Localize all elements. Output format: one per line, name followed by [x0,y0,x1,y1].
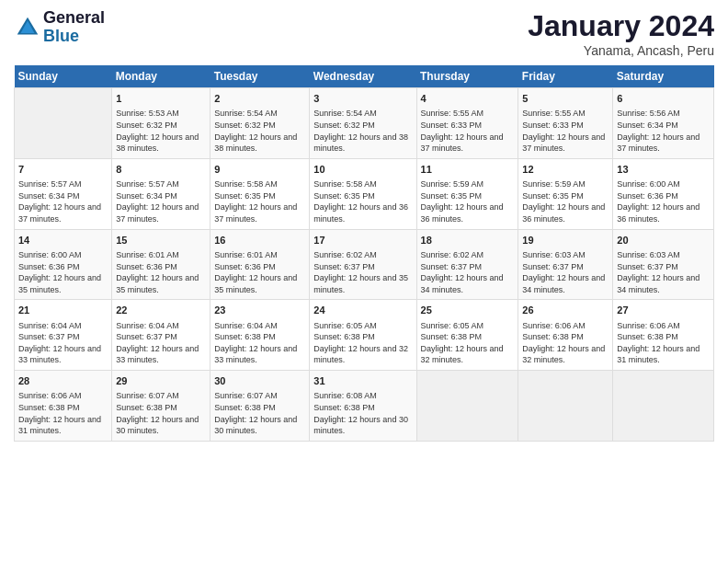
daylight: Daylight: 12 hours and 33 minutes. [214,343,305,366]
daylight: Daylight: 12 hours and 31 minutes. [617,343,710,366]
day-number: 4 [421,92,515,106]
sunset: Sunset: 6:38 PM [18,402,108,414]
sunset: Sunset: 6:37 PM [617,261,710,273]
day-number: 19 [522,234,609,247]
day-number: 22 [116,304,206,317]
day-cell: 25Sunrise: 6:05 AMSunset: 6:38 PMDayligh… [416,300,518,371]
day-cell: 19Sunrise: 6:03 AMSunset: 6:37 PMDayligh… [518,229,613,300]
sunset: Sunset: 6:32 PM [116,120,206,132]
day-number: 6 [617,92,710,106]
logo-text: General Blue [43,9,105,46]
sunset: Sunset: 6:35 PM [313,190,412,202]
sunrise: Sunrise: 5:59 AM [421,178,515,190]
daylight: Daylight: 12 hours and 35 minutes. [116,272,206,295]
sunset: Sunset: 6:36 PM [116,261,206,273]
daylight: Daylight: 12 hours and 37 minutes. [421,132,515,155]
daylight: Daylight: 12 hours and 37 minutes. [522,132,609,155]
day-number: 15 [116,234,206,247]
day-number: 11 [421,163,515,177]
sunset: Sunset: 6:35 PM [522,190,609,202]
day-cell: 23Sunrise: 6:04 AMSunset: 6:38 PMDayligh… [210,300,310,371]
daylight: Daylight: 12 hours and 36 minutes. [421,201,515,224]
sunrise: Sunrise: 6:05 AM [313,320,412,332]
day-cell: 5Sunrise: 5:55 AMSunset: 6:33 PMDaylight… [518,88,613,159]
day-cell: 7Sunrise: 5:57 AMSunset: 6:34 PMDaylight… [15,158,112,229]
day-number: 29 [116,374,206,388]
day-cell [416,371,518,442]
sunrise: Sunrise: 6:00 AM [617,178,710,190]
day-number: 30 [214,374,305,388]
sunrise: Sunrise: 5:55 AM [421,108,515,120]
daylight: Daylight: 12 hours and 36 minutes. [522,201,609,224]
sunset: Sunset: 6:36 PM [214,261,305,273]
daylight: Daylight: 12 hours and 30 minutes. [214,414,305,437]
day-number: 3 [313,92,412,106]
sunset: Sunset: 6:34 PM [18,190,108,202]
header: General Blue January 2024 Yanama, Ancash… [14,9,714,58]
day-cell: 1Sunrise: 5:53 AMSunset: 6:32 PMDaylight… [112,88,210,159]
week-row-1: 1Sunrise: 5:53 AMSunset: 6:32 PMDaylight… [15,88,714,159]
sunrise: Sunrise: 5:56 AM [617,108,710,120]
day-cell: 15Sunrise: 6:01 AMSunset: 6:36 PMDayligh… [112,229,210,300]
day-number: 7 [18,163,108,177]
sunset: Sunset: 6:38 PM [421,331,515,343]
day-cell: 8Sunrise: 5:57 AMSunset: 6:34 PMDaylight… [112,158,210,229]
sunrise: Sunrise: 6:00 AM [18,249,108,261]
day-cell: 18Sunrise: 6:02 AMSunset: 6:37 PMDayligh… [416,229,518,300]
sunset: Sunset: 6:37 PM [313,261,412,273]
day-number: 26 [522,304,609,317]
sunrise: Sunrise: 6:04 AM [214,320,305,332]
main-title: January 2024 [528,9,714,43]
daylight: Daylight: 12 hours and 35 minutes. [214,272,305,295]
day-cell: 24Sunrise: 6:05 AMSunset: 6:38 PMDayligh… [310,300,416,371]
sunrise: Sunrise: 6:06 AM [617,320,710,332]
day-number: 5 [522,92,609,106]
daylight: Daylight: 12 hours and 37 minutes. [18,201,108,224]
header-friday: Friday [518,65,613,88]
week-row-4: 21Sunrise: 6:04 AMSunset: 6:37 PMDayligh… [15,300,714,371]
sunset: Sunset: 6:34 PM [116,190,206,202]
calendar-table: Sunday Monday Tuesday Wednesday Thursday… [14,65,714,442]
day-cell: 10Sunrise: 5:58 AMSunset: 6:35 PMDayligh… [310,158,416,229]
sunset: Sunset: 6:32 PM [214,120,305,132]
sunrise: Sunrise: 6:05 AM [421,320,515,332]
sunrise: Sunrise: 6:07 AM [116,390,206,402]
week-row-5: 28Sunrise: 6:06 AMSunset: 6:38 PMDayligh… [15,371,714,442]
sunset: Sunset: 6:35 PM [421,190,515,202]
sunset: Sunset: 6:36 PM [18,261,108,273]
sunrise: Sunrise: 6:01 AM [214,249,305,261]
header-saturday: Saturday [613,65,714,88]
header-monday: Monday [112,65,210,88]
sunset: Sunset: 6:38 PM [617,331,710,343]
subtitle: Yanama, Ancash, Peru [528,43,714,58]
sunrise: Sunrise: 5:58 AM [214,178,305,190]
daylight: Daylight: 12 hours and 38 minutes. [214,132,305,155]
sunrise: Sunrise: 5:59 AM [522,178,609,190]
day-cell [613,371,714,442]
day-cell: 12Sunrise: 5:59 AMSunset: 6:35 PMDayligh… [518,158,613,229]
sunrise: Sunrise: 6:06 AM [18,390,108,402]
day-number: 25 [421,304,515,317]
header-wednesday: Wednesday [310,65,416,88]
sunrise: Sunrise: 6:01 AM [116,249,206,261]
sunrise: Sunrise: 6:04 AM [18,320,108,332]
sunset: Sunset: 6:36 PM [617,190,710,202]
daylight: Daylight: 12 hours and 30 minutes. [116,414,206,437]
daylight: Daylight: 12 hours and 30 minutes. [313,414,412,437]
day-cell: 31Sunrise: 6:08 AMSunset: 6:38 PMDayligh… [310,371,416,442]
sunrise: Sunrise: 6:08 AM [313,390,412,402]
day-cell: 21Sunrise: 6:04 AMSunset: 6:37 PMDayligh… [15,300,112,371]
sunrise: Sunrise: 6:02 AM [313,249,412,261]
day-cell: 16Sunrise: 6:01 AMSunset: 6:36 PMDayligh… [210,229,310,300]
sunrise: Sunrise: 5:53 AM [116,108,206,120]
day-cell: 13Sunrise: 6:00 AMSunset: 6:36 PMDayligh… [613,158,714,229]
sunrise: Sunrise: 6:02 AM [421,249,515,261]
day-number: 16 [214,234,305,247]
day-number: 1 [116,92,206,106]
day-number: 14 [18,234,108,247]
day-number: 13 [617,163,710,177]
sunset: Sunset: 6:35 PM [214,190,305,202]
week-row-3: 14Sunrise: 6:00 AMSunset: 6:36 PMDayligh… [15,229,714,300]
sunrise: Sunrise: 6:03 AM [617,249,710,261]
daylight: Daylight: 12 hours and 32 minutes. [313,343,412,366]
